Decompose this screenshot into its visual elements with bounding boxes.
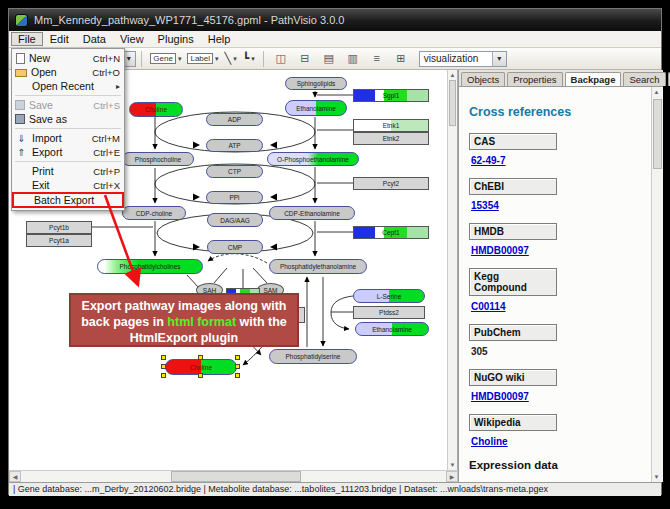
scroll-up-icon[interactable]: ▲	[652, 87, 661, 97]
selection-handle[interactable]	[198, 373, 203, 378]
menu-view[interactable]: View	[113, 32, 151, 46]
chevron-down-icon[interactable]: ▾	[251, 55, 255, 63]
scrollbar-thumb[interactable]	[653, 99, 662, 169]
gene-tool-button[interactable]: Gene▾	[148, 50, 183, 67]
align-bottom-icon[interactable]: ≡	[367, 50, 387, 67]
node-cept1[interactable]: Cept1	[353, 226, 429, 239]
node-pcyt2[interactable]: Pcyt2	[353, 177, 429, 190]
chevron-down-icon[interactable]: ▾	[215, 55, 219, 63]
chevron-down-icon[interactable]: ▾	[233, 55, 237, 63]
tab-backpage[interactable]: Backpage	[565, 72, 622, 86]
scroll-left-icon[interactable]: ◀	[9, 471, 21, 482]
file-menu-item-export[interactable]: ⇑ExportCtrl+E	[12, 145, 124, 159]
line-tool-button[interactable]: ╲▾	[223, 50, 239, 67]
node-dag-aag[interactable]: DAG/AAG	[207, 213, 263, 227]
xref-link[interactable]: C00114	[471, 301, 651, 312]
file-menu-item-open-recent[interactable]: Open Recent▸	[12, 79, 124, 93]
menu-data[interactable]: Data	[76, 32, 113, 46]
node-pcyt1b[interactable]: Pcyt1b	[26, 221, 92, 234]
node-phosphocholine[interactable]: Phosphocholine	[122, 152, 194, 166]
tab-properties[interactable]: Properties	[507, 72, 562, 86]
file-menu-item-new[interactable]: NewCtrl+N	[12, 51, 124, 65]
xref-link[interactable]: Choline	[471, 436, 651, 447]
xref-link[interactable]: HMDB00097	[471, 391, 651, 402]
selection-handle[interactable]	[161, 373, 166, 378]
node-ethanolamine-bottom[interactable]: Ethanolamine	[355, 322, 429, 336]
node-label: Choline	[145, 106, 167, 113]
node-phosphatidylcholines[interactable]: Phosphatidylcholines	[97, 259, 203, 274]
label-tool-button[interactable]: Label▾	[185, 50, 220, 67]
selection-handle[interactable]	[161, 355, 166, 360]
visualization-combobox[interactable]: visualization ▾	[419, 51, 507, 67]
chevron-down-icon[interactable]: ▾	[492, 52, 506, 66]
canvas-vertical-scrollbar[interactable]: ▲ ▼	[447, 70, 457, 470]
node-sphingolipids[interactable]: Sphingolipids	[285, 77, 347, 90]
node-o-phosphoethanolamine[interactable]: O-Phosphoethanolamine	[267, 152, 359, 166]
scrollbar-track[interactable]	[21, 471, 446, 482]
node-adp[interactable]: ADP	[206, 113, 263, 126]
stack-horizontal-icon[interactable]: ▤	[319, 50, 339, 67]
xref-link[interactable]: 62-49-7	[471, 155, 651, 166]
node-choline-top[interactable]: Choline	[129, 102, 183, 117]
node-ethanolamine-top[interactable]: Ethanolamine	[285, 100, 347, 116]
node-atp[interactable]: ATP	[206, 139, 263, 152]
side-panel-tabs: ObjectsPropertiesBackpageSearchLegend	[459, 70, 663, 87]
align-middle-icon[interactable]: ⊟	[295, 50, 315, 67]
node-sgpl1[interactable]: Sgpl1	[353, 89, 429, 102]
chevron-down-icon[interactable]: ▾	[178, 55, 182, 63]
node-cmp[interactable]: CMP	[207, 240, 263, 254]
title-bar[interactable]: Mm_Kennedy_pathway_WP1771_45176.gpml - P…	[9, 9, 661, 31]
tab-objects[interactable]: Objects	[461, 72, 505, 86]
menu-help[interactable]: Help	[201, 32, 238, 46]
xref-link[interactable]: HMDB00097	[471, 245, 651, 256]
stack-vertical-icon[interactable]: ▥	[343, 50, 363, 67]
file-menu-item-exit[interactable]: ExitCtrl+X	[12, 178, 124, 192]
node-l-serine[interactable]: L-Serine	[353, 289, 425, 303]
selection-handle[interactable]	[235, 364, 240, 369]
node-phosphatidylserine[interactable]: Phosphatidylserine	[269, 349, 357, 364]
file-menu-item-print[interactable]: PrintCtrl+P	[12, 164, 124, 178]
scrollbar-thumb[interactable]	[449, 80, 456, 126]
selection-handle[interactable]	[235, 373, 240, 378]
node-label: Ptdss2	[379, 309, 399, 316]
node-phosphatidylethanolamine[interactable]: Phosphatidylethanolamine	[269, 259, 367, 274]
file-menu-item-open[interactable]: OpenCtrl+O	[12, 65, 124, 79]
selection-handle[interactable]	[235, 355, 240, 360]
node-etnk1[interactable]: Etnk1	[353, 119, 429, 132]
menu-plugins[interactable]: Plugins	[151, 32, 201, 46]
app-window: Mm_Kennedy_pathway_WP1771_45176.gpml - P…	[8, 8, 662, 495]
gene-tool-icon: Gene	[150, 53, 176, 64]
align-center-icon[interactable]: ◫	[271, 50, 291, 67]
menu-item-shortcut: Ctrl+E	[93, 147, 120, 158]
tab-search[interactable]: Search	[623, 72, 665, 86]
panel-vertical-scrollbar[interactable]: ▲ ▼	[651, 87, 663, 482]
file-menu-item-save-as[interactable]: Save as	[12, 112, 124, 126]
scrollbar-thumb[interactable]	[171, 471, 301, 482]
node-pcyt1a[interactable]: Pcyt1a	[26, 234, 92, 247]
menu-item-label: Export	[32, 146, 93, 158]
scroll-up-icon[interactable]: ▲	[448, 70, 457, 80]
label-tool-icon: Label	[187, 53, 213, 64]
menu-edit[interactable]: Edit	[43, 32, 76, 46]
node-label: DAG/AAG	[220, 217, 250, 224]
connector-tool-button[interactable]: ┗▾	[241, 50, 257, 67]
node-ctp[interactable]: CTP	[206, 165, 263, 178]
scroll-right-icon[interactable]: ▶	[446, 471, 458, 482]
file-menu-item-batch-export[interactable]: Batch Export	[12, 192, 124, 208]
xref-link[interactable]: 15354	[471, 200, 651, 211]
scroll-down-icon[interactable]: ▼	[448, 460, 457, 470]
node-ppi[interactable]: PPi	[206, 191, 263, 204]
node-cdp-choline[interactable]: CDP-choline	[122, 206, 186, 220]
menu-file[interactable]: File	[11, 32, 43, 46]
node-label: CDP-choline	[136, 210, 173, 217]
node-label: Ethanolamine	[372, 326, 412, 333]
node-cdp-ethanolamine[interactable]: CDP-Ethanolamine	[269, 206, 355, 220]
node-ptdss2[interactable]: Ptdss2	[353, 306, 425, 319]
selection-handle[interactable]	[198, 355, 203, 360]
file-menu-item-import[interactable]: ⇓ImportCtrl+M	[12, 131, 124, 145]
distribute-icon[interactable]: ⊞	[391, 50, 411, 67]
scroll-down-icon[interactable]: ▼	[652, 472, 661, 482]
canvas-horizontal-scrollbar[interactable]: ◀ ▶	[9, 470, 458, 482]
selection-handle[interactable]	[161, 364, 166, 369]
node-etnk2[interactable]: Etnk2	[353, 132, 429, 145]
